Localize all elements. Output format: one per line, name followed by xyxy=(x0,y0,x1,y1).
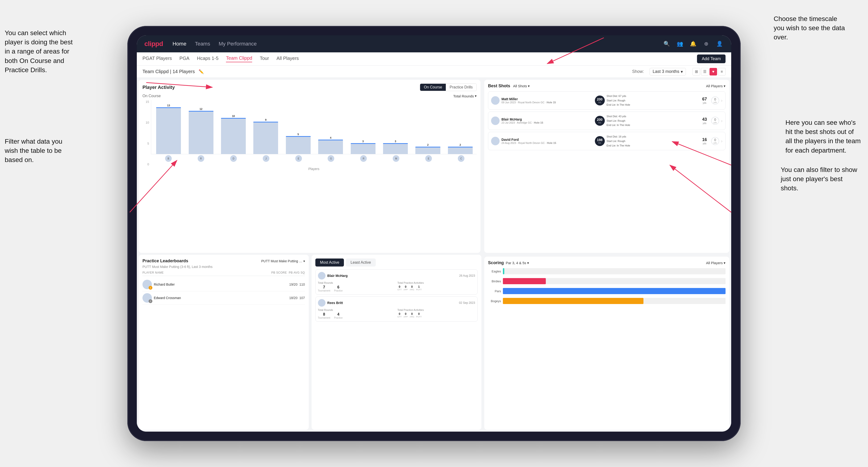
search-icon[interactable]: 🔍 xyxy=(662,40,671,48)
shot-sg-badge: 200 SG xyxy=(595,96,605,105)
shot-cards-list: Matt Miller 09 Jun 2023 · Royal North De… xyxy=(488,91,725,150)
practice-drill-dropdown[interactable]: PUTT Must Make Putting … ▾ xyxy=(261,259,305,263)
shots-players-dropdown[interactable]: All Players ▾ xyxy=(706,84,725,88)
x-axis-label: Players xyxy=(151,167,477,171)
chart-area: 15 10 5 0 1312109543322 BRDJEGRMEC Playe… xyxy=(143,100,477,171)
subnav-pga[interactable]: PGA xyxy=(180,56,189,62)
scoring-bar-label: Birdies xyxy=(488,280,501,283)
timescale-dropdown[interactable]: Last 3 months ▾ xyxy=(650,68,686,75)
nav-home[interactable]: Home xyxy=(173,41,186,47)
practice-subtitle: PUTT Must Make Putting (3-6 ft), Last 3 … xyxy=(143,265,305,269)
shot-card[interactable]: David Ford 24 Aug 2023 · Royal North Dev… xyxy=(488,132,725,150)
active-player-header: Blair McHarg 26 Aug 2023 xyxy=(318,272,475,280)
lb-pb-avg: 110 xyxy=(299,283,305,286)
shot-card[interactable]: Blair McHarg 23 Jul 2023 · Ashridge GC ·… xyxy=(488,112,725,130)
avatar-item: D xyxy=(218,155,249,162)
bell-icon[interactable]: 🔔 xyxy=(689,40,697,48)
users-icon[interactable]: 👥 xyxy=(676,40,684,48)
subnav-pgat[interactable]: PGAT Players xyxy=(143,56,172,62)
col-pb-score: PB SCORE xyxy=(271,271,287,274)
scoring-bar-fill xyxy=(503,278,546,284)
avatar-item: E xyxy=(283,155,314,162)
leaderboard-row[interactable]: 1 Richard Butler 19/20 110 xyxy=(143,278,305,291)
tablet-screen: clippd Home Teams My Performance 🔍 👥 🔔 ⊕… xyxy=(137,35,731,432)
nav-teams[interactable]: Teams xyxy=(195,41,210,47)
team-header: Team Clippd | 14 Players ✏️ Show: Last 3… xyxy=(137,66,731,78)
shot-player-info: Blair McHarg 23 Jul 2023 · Ashridge GC ·… xyxy=(501,118,593,124)
add-team-button[interactable]: Add Team xyxy=(697,55,725,63)
scoring-panel: Scoring Par 3, 4 & 5s ▾ All Players ▾ Ea… xyxy=(484,257,729,430)
subnav-hcaps[interactable]: Hcaps 1-5 xyxy=(197,56,218,62)
scoring-bar-fill xyxy=(503,298,644,304)
bar-group: 12 xyxy=(185,100,216,154)
bar-group: 2 xyxy=(445,100,476,154)
tab-most-active[interactable]: Most Active xyxy=(315,258,344,267)
subnav-tour[interactable]: Tour xyxy=(260,56,269,62)
rank-badge: 2 xyxy=(149,299,152,303)
scoring-bar-label: Bogeys xyxy=(488,299,501,303)
scoring-players-dropdown[interactable]: All Players ▾ xyxy=(706,261,725,265)
shot-stat1: 43 yds xyxy=(700,117,709,125)
leaderboard-col-headers: PLAYER NAME PB SCORE PB AVG SQ xyxy=(143,271,305,276)
show-label: Show: xyxy=(632,69,644,74)
shot-stat1: 67 yds xyxy=(700,97,709,104)
annotation-filter-player: You can also filter to show just one pla… xyxy=(781,165,861,193)
tab-least-active[interactable]: Least Active xyxy=(346,258,375,267)
active-tabs: Most Active Least Active xyxy=(315,258,478,267)
bar-group: 13 xyxy=(153,100,184,154)
leaderboard-rows: 1 Richard Butler 19/20 110 2 Edward Cros… xyxy=(143,278,305,305)
shot-card[interactable]: Matt Miller 09 Jun 2023 · Royal North De… xyxy=(488,91,725,110)
scoring-bar-label: Eagles xyxy=(488,270,501,273)
bottom-panels: Practice Leaderboards PUTT Must Make Put… xyxy=(137,255,483,432)
tab-practice-drills[interactable]: Practice Drills xyxy=(446,84,476,91)
shot-details: Shot Dist: 43 yds Start Lie: Rough End L… xyxy=(607,114,698,127)
main-content: Player Activity On Course Practice Drill… xyxy=(137,78,731,432)
scoring-bar-row: Bogeys 315 xyxy=(488,298,725,304)
avatar-item: B xyxy=(153,155,184,162)
chart-subtitle: On Course xyxy=(143,94,161,98)
y-axis: 15 10 5 0 xyxy=(143,100,151,166)
shot-details: Shot Dist: 67 yds Start Lie: Rough End L… xyxy=(607,94,698,107)
player-activity-header: Player Activity On Course Practice Drill… xyxy=(143,84,477,91)
scoring-bar-track: 96 xyxy=(503,278,725,284)
practice-header: Practice Leaderboards PUTT Must Make Put… xyxy=(143,258,305,263)
bars-container: 1312109543322 xyxy=(151,100,477,154)
rank-badge: 1 xyxy=(149,286,152,290)
avatar-item: R xyxy=(185,155,217,162)
leaderboard-row[interactable]: 2 Edward Crossman 18/20 107 xyxy=(143,291,305,305)
annotation-filter: Filter what data you wish the table to b… xyxy=(5,137,68,165)
scoring-bar-row: Birdies 96 xyxy=(488,278,725,284)
practice-stat: 4 Practice xyxy=(334,312,342,319)
subnav-team-clippd[interactable]: Team Clippd xyxy=(226,55,252,62)
lb-pb-score: 18/20 xyxy=(289,296,298,300)
chart-metric-dropdown[interactable]: Total Rounds ▾ xyxy=(453,94,477,98)
tournament-stat: 8 Tournament xyxy=(318,312,331,319)
team-name: Team Clippd | 14 Players xyxy=(143,69,195,74)
nav-my-performance[interactable]: My Performance xyxy=(219,41,257,47)
card-view-icon[interactable]: ♥ xyxy=(710,68,717,75)
grid-view-icon[interactable]: ⊞ xyxy=(692,68,700,75)
detail-view-icon[interactable]: ≡ xyxy=(718,68,725,75)
list-view-icon[interactable]: ☰ xyxy=(701,68,709,75)
bar-group: 5 xyxy=(283,100,314,154)
avatar-icon[interactable]: 👤 xyxy=(715,40,724,48)
chevron-down-icon: ▾ xyxy=(475,94,477,98)
avatar-item: E xyxy=(413,155,444,162)
shot-player-info: David Ford 24 Aug 2023 · Royal North Dev… xyxy=(501,138,593,144)
add-circle-icon[interactable]: ⊕ xyxy=(702,40,710,48)
shots-type-dropdown[interactable]: All Shots ▾ xyxy=(513,84,530,88)
subnav-all-players[interactable]: All Players xyxy=(276,56,299,62)
shot-player-name: Matt Miller xyxy=(501,97,593,101)
edit-icon[interactable]: ✏️ xyxy=(198,69,204,74)
scoring-par-dropdown[interactable]: Par 3, 4 & 5s ▾ xyxy=(506,261,529,265)
view-icons: ⊞ ☰ ♥ ≡ xyxy=(692,68,725,75)
active-date: 02 Sep 2023 xyxy=(459,301,475,305)
tab-on-course[interactable]: On Course xyxy=(420,84,446,91)
chart-bars-wrapper: 1312109543322 BRDJEGRMEC Players xyxy=(151,100,477,171)
active-stats: Total Rounds 8 Tournament 4 Practice Tot… xyxy=(318,309,475,319)
rounds-stat: Total Rounds 8 Tournament 4 Practice xyxy=(318,309,396,319)
best-shots-title: Best Shots xyxy=(488,84,510,88)
best-shots-panel: Best Shots All Shots ▾ All Players ▾ Mat… xyxy=(484,80,729,253)
bar-group: 10 xyxy=(218,100,249,154)
nav-icons: 🔍 👥 🔔 ⊕ 👤 xyxy=(662,40,724,48)
